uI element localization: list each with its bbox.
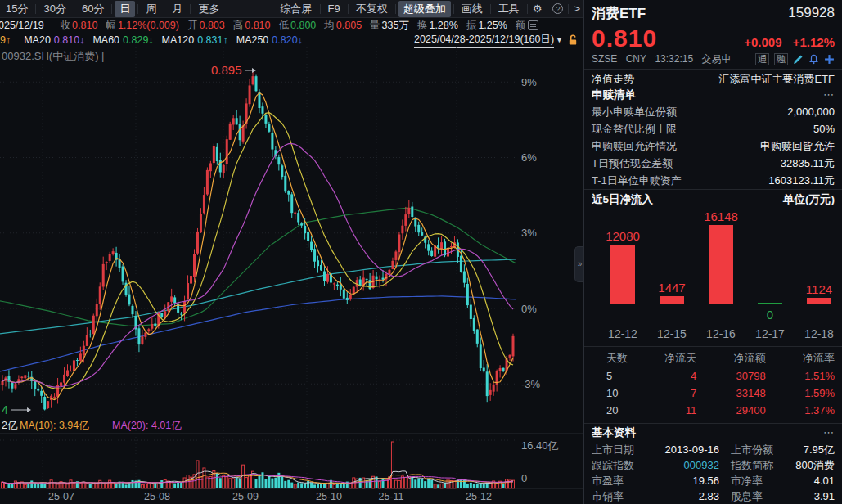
- tracked-index-link[interactable]: 000932: [641, 457, 719, 473]
- flow-bar-zero: [758, 303, 782, 304]
- chevron-right-icon[interactable]: >: [574, 2, 580, 15]
- flow-bar-value: 0: [741, 308, 799, 322]
- svg-text:16.40亿: 16.40亿: [521, 439, 559, 452]
- period-tab-6[interactable]: 更多: [193, 1, 224, 17]
- last-price: 0.810: [592, 26, 657, 51]
- currency-label: CNY: [626, 53, 646, 65]
- flow-table-cell: 30798: [696, 367, 765, 385]
- svg-text:6%: 6%: [521, 151, 537, 164]
- quote-label-5: 均: [324, 19, 335, 33]
- quote-label-9: 额: [516, 19, 526, 33]
- listing-row: 最小申赎单位份额 2,000,000: [592, 103, 835, 120]
- basic-value: 19.56: [641, 473, 719, 488]
- basic-value: 3.91: [781, 488, 835, 504]
- svg-text:25-07: 25-07: [48, 491, 74, 502]
- toolbar-separator: [527, 4, 528, 14]
- svg-text:4: 4: [2, 403, 8, 416]
- svg-text:00932.SH(中证消费) |: 00932.SH(中证消费) |: [2, 50, 104, 62]
- listing-row: T-1日单位申赎资产 1603123.11元: [592, 172, 835, 189]
- basic-value: 2013-09-16: [641, 442, 719, 457]
- tool-item-5[interactable]: 工具: [493, 1, 525, 17]
- period-tab-2[interactable]: 60分: [77, 1, 109, 17]
- listing-section-title: 申赎清单: [592, 88, 636, 102]
- edit-pencil-icon[interactable]: [793, 54, 804, 65]
- market-status: SZSE CNY 13:32:15 交易中: [592, 52, 736, 66]
- ma-value-0: 0.810↓: [54, 34, 85, 46]
- svg-text:9%: 9%: [521, 76, 537, 88]
- quote-label-7: 换: [417, 19, 428, 33]
- listing-label: T-1日单位申赎资产: [592, 172, 682, 189]
- flow-table-cell: 5: [592, 367, 628, 385]
- ma-label-1: MA60: [92, 34, 119, 46]
- ma-value-1: 0.829↓: [123, 34, 154, 46]
- settings-gear-icon[interactable]: ⚙: [533, 2, 543, 15]
- listing-row: 申购赎回允许情况 申购赎回皆允许: [592, 137, 835, 155]
- quote-items: 收0.810幅1.12%(0.009)开0.803高0.810低0.800均0.…: [52, 19, 526, 33]
- listing-value: 2,000,000: [787, 103, 835, 120]
- fund-full-name[interactable]: 汇添富中证主要消费ETF: [718, 72, 835, 85]
- exchange-label: SZSE: [592, 53, 617, 65]
- change-value: +0.009: [744, 35, 781, 49]
- period-tab-4[interactable]: 周: [141, 1, 161, 17]
- period-tab-5[interactable]: 月: [167, 1, 187, 17]
- ma-readout-row: 9↑ MA200.810↓MA600.829↓MA1200.831↑MA2500…: [0, 33, 583, 47]
- basic-value: 800消费: [781, 457, 835, 473]
- basic-value: 2.83: [641, 488, 719, 504]
- quote-value-6: 335万: [382, 19, 409, 33]
- quote-label-6: 量: [370, 19, 380, 33]
- quote-readout-row: 025/12/19 收0.810幅1.12%(0.009)开0.803高0.81…: [0, 18, 583, 33]
- flow-table-cell: 7: [628, 385, 696, 402]
- date-range-selector[interactable]: 2025/04/28-2025/12/19(160日) ▼: [414, 33, 579, 48]
- quote-value-1: 1.12%(0.009): [118, 20, 179, 31]
- basic-info-row: 市盈率19.56市净率4.01: [592, 473, 835, 488]
- flow-bar: [610, 245, 635, 304]
- toolbar-separator: [320, 4, 321, 14]
- period-tab-1[interactable]: 30分: [38, 1, 70, 17]
- flow-table-header-cell: 净流率: [766, 349, 835, 367]
- svg-text:25-10: 25-10: [316, 491, 342, 502]
- add-plus-icon[interactable]: [824, 54, 835, 65]
- tool-item-2[interactable]: 不复权: [351, 1, 393, 17]
- quote-value-3: 0.810: [245, 20, 270, 31]
- period-tab-0[interactable]: 15分: [1, 1, 33, 17]
- toolbar-separator: [547, 4, 547, 14]
- period-tab-3[interactable]: 日: [115, 1, 135, 17]
- ma-label-3: MA250: [236, 34, 269, 46]
- basic-more-button[interactable]: ⋯: [823, 426, 835, 439]
- basic-label: 市销率: [592, 488, 641, 504]
- tool-item-0[interactable]: 综合屏: [276, 1, 317, 17]
- flow-bar: [709, 225, 733, 304]
- toolbar-separator: [137, 4, 138, 14]
- period-tabs: 15分30分60分日周月更多: [0, 0, 225, 18]
- tool-item-1[interactable]: F9: [323, 2, 345, 16]
- unlock-icon[interactable]: [567, 34, 579, 46]
- ma-label-2: MA120: [162, 34, 195, 46]
- quote-label-3: 高: [233, 19, 244, 33]
- toolbar-tools: 综合屏F9不复权超级叠加画线工具: [275, 0, 525, 18]
- help-icon[interactable]: ?: [552, 3, 563, 14]
- listing-value: 32835.11元: [781, 155, 835, 172]
- flow-table-cell: 33148: [696, 385, 765, 402]
- tool-item-4[interactable]: 画线: [457, 1, 488, 17]
- net-inflow-table: 天数净流天净流额净流率54307981.51%107331481.59%2011…: [592, 349, 835, 419]
- toolbar-separator: [111, 4, 112, 14]
- trading-app-window: 15分30分60分日周月更多 综合屏F9不复权超级叠加画线工具 ⚙ ? > 02…: [0, 0, 842, 504]
- flow-table-row: 107331481.59%: [592, 385, 835, 402]
- toolbar-separator: [348, 4, 349, 14]
- basic-info-row: 市销率2.83股息率3.91: [592, 488, 835, 504]
- svg-text:25-09: 25-09: [232, 491, 259, 502]
- tool-item-3[interactable]: 超级叠加: [398, 1, 451, 17]
- flow-bar-value: 1124: [790, 282, 842, 296]
- quote-label-2: 开: [187, 19, 198, 33]
- svg-text:-3%: -3%: [521, 378, 541, 390]
- listing-more-button[interactable]: ⋯: [823, 88, 835, 101]
- price-change: +0.009 +1.12%: [736, 35, 835, 49]
- toolbar-separator: [395, 4, 396, 14]
- main-chart[interactable]: 9%6%3%0%-3%16.40亿025-0725-0825-0925-1025…: [0, 47, 583, 504]
- alert-bell-icon[interactable]: [808, 54, 819, 65]
- flow-bar-value: 12080: [593, 229, 652, 243]
- flow-bar-value: 16148: [691, 209, 750, 223]
- trading-status: 交易中: [701, 53, 731, 65]
- svg-text:3%: 3%: [521, 227, 537, 239]
- nav-trend-link[interactable]: 净值走势: [592, 72, 634, 85]
